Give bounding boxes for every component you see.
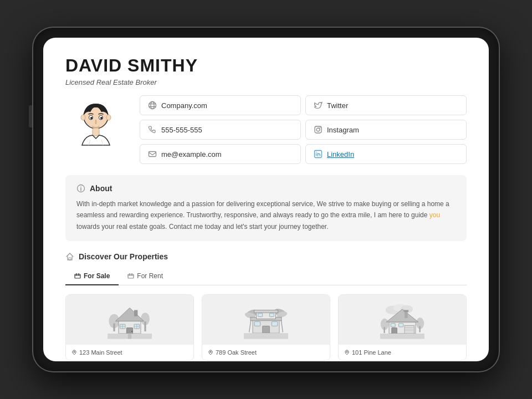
property-cards: 123 Main Street <box>65 294 467 361</box>
svg-rect-25 <box>75 274 80 278</box>
svg-point-66 <box>210 351 211 352</box>
svg-rect-28 <box>128 274 134 278</box>
email-label: me@example.com <box>161 150 222 158</box>
svg-rect-81 <box>392 328 397 334</box>
profile-body: Company.com Twitter <box>65 95 467 164</box>
property-image-2 <box>202 295 330 345</box>
about-title: About <box>90 184 112 193</box>
property-image-1 <box>66 295 193 345</box>
svg-rect-47 <box>128 334 131 339</box>
property-address-3: 101 Pine Lane <box>339 345 466 360</box>
profile-name: DAVID SMITHY <box>65 55 467 76</box>
svg-rect-76 <box>405 311 408 318</box>
svg-rect-58 <box>254 310 278 313</box>
phone-label: 555-555-555 <box>161 126 202 134</box>
svg-rect-84 <box>380 334 424 339</box>
twitter-icon <box>314 101 323 110</box>
about-section: About With in-depth market knowledge and… <box>65 175 467 241</box>
about-icon <box>76 184 85 193</box>
svg-rect-17 <box>149 152 156 157</box>
tablet-screen: DAVID SMITHY Licensed Real Estate Broker <box>43 38 489 361</box>
linkedin-label: LinkedIn <box>327 150 354 158</box>
svg-point-10 <box>149 102 156 109</box>
location-icon-3 <box>344 350 350 355</box>
svg-rect-7 <box>93 128 99 136</box>
tab-for-rent[interactable]: For Rent <box>119 268 172 285</box>
twitter-contact[interactable]: Twitter <box>305 95 467 115</box>
website-contact[interactable]: Company.com <box>140 95 301 115</box>
svg-rect-62 <box>258 313 263 316</box>
house-image-1 <box>108 299 152 341</box>
contact-grid: Company.com Twitter <box>140 95 467 164</box>
svg-point-48 <box>74 351 75 352</box>
email-contact[interactable]: me@example.com <box>140 144 301 164</box>
property-address-1: 123 Main Street <box>66 345 193 360</box>
twitter-label: Twitter <box>327 101 348 110</box>
instagram-label: Instagram <box>327 126 359 134</box>
svg-point-85 <box>346 351 347 352</box>
svg-rect-78 <box>405 325 415 333</box>
svg-rect-14 <box>315 126 321 133</box>
svg-rect-37 <box>134 310 137 316</box>
svg-rect-61 <box>272 321 277 326</box>
svg-rect-32 <box>113 323 115 331</box>
instagram-contact[interactable]: Instagram <box>305 120 467 140</box>
svg-point-11 <box>151 102 154 109</box>
screen-content[interactable]: DAVID SMITHY Licensed Real Estate Broker <box>43 38 489 361</box>
profile-header: DAVID SMITHY Licensed Real Estate Broker <box>65 55 467 164</box>
svg-point-2 <box>106 115 111 120</box>
property-tabs: For Sale For Rent <box>65 268 467 285</box>
svg-rect-71 <box>383 327 385 333</box>
svg-point-23 <box>80 186 81 187</box>
tablet-frame: DAVID SMITHY Licensed Real Estate Broker <box>33 28 499 371</box>
svg-point-6 <box>100 117 103 119</box>
properties-header: Discover Our Properties <box>65 252 467 261</box>
linkedin-icon <box>314 150 323 158</box>
svg-rect-65 <box>244 333 288 339</box>
svg-rect-77 <box>403 310 408 311</box>
svg-rect-34 <box>144 321 146 331</box>
for-rent-label: For Rent <box>137 272 163 280</box>
address-2: 789 Oak Street <box>216 349 257 356</box>
location-icon-1 <box>71 350 77 355</box>
property-card-2[interactable]: 789 Oak Street <box>202 294 330 361</box>
for-sale-label: For Sale <box>84 272 110 280</box>
property-image-3 <box>339 295 466 345</box>
phone-icon <box>148 125 157 134</box>
for-rent-icon <box>127 273 134 279</box>
svg-marker-36 <box>115 308 144 321</box>
property-address-2: 789 Oak Street <box>202 345 330 360</box>
svg-rect-83 <box>399 323 403 326</box>
house-image-2 <box>244 299 288 341</box>
svg-rect-82 <box>391 323 395 326</box>
property-card-1[interactable]: 123 Main Street <box>65 294 194 361</box>
about-header: About <box>76 184 456 193</box>
about-highlight: you <box>429 211 440 219</box>
house-icon <box>65 252 74 261</box>
address-3: 101 Pine Lane <box>352 349 391 356</box>
profile-title: Licensed Real Estate Broker <box>65 78 467 86</box>
svg-point-16 <box>320 127 321 129</box>
address-1: 123 Main Street <box>79 349 122 356</box>
svg-point-5 <box>90 117 93 119</box>
email-icon <box>148 150 157 158</box>
svg-point-39 <box>131 330 132 331</box>
svg-rect-59 <box>263 326 270 333</box>
svg-rect-63 <box>269 313 274 316</box>
globe-icon <box>148 101 157 110</box>
phone-contact[interactable]: 555-555-555 <box>140 120 301 140</box>
properties-section: Discover Our Properties For Sale <box>65 252 467 361</box>
svg-point-20 <box>316 152 317 153</box>
for-sale-icon <box>74 273 81 279</box>
website-label: Company.com <box>161 101 207 110</box>
svg-point-15 <box>316 128 320 131</box>
location-icon-2 <box>208 350 213 355</box>
avatar <box>65 95 126 156</box>
house-image-3 <box>380 299 424 341</box>
about-text: With in-depth market knowledge and a pas… <box>76 198 456 232</box>
svg-rect-73 <box>419 326 420 332</box>
property-card-3[interactable]: 101 Pine Lane <box>338 294 467 361</box>
instagram-icon <box>314 125 323 134</box>
tab-for-sale[interactable]: For Sale <box>65 268 119 285</box>
linkedin-contact[interactable]: LinkedIn <box>305 144 467 164</box>
